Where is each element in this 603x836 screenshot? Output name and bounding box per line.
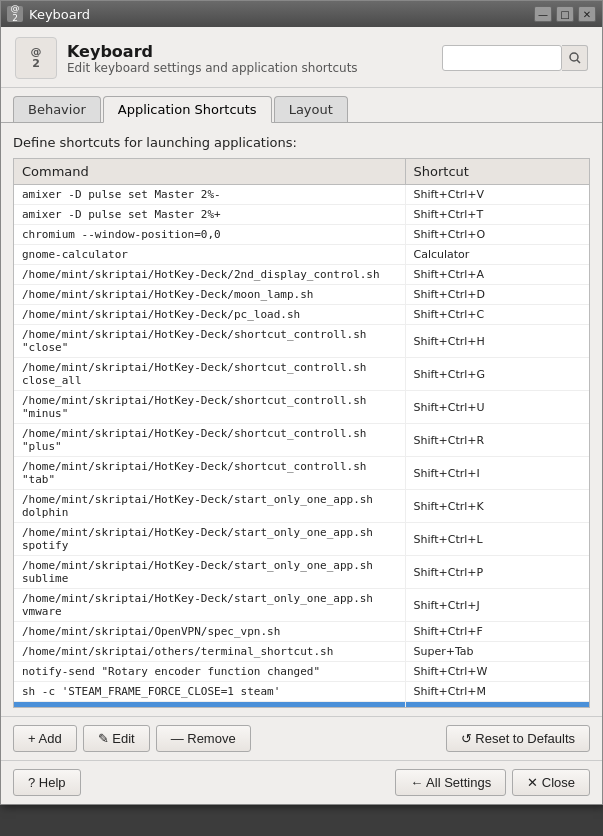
table-row[interactable]: sh -c 'STEAM_FRAME_FORCE_CLOSE=1 steam'S…: [14, 682, 589, 702]
table-row[interactable]: /home/mint/skriptai/HotKey-Deck/start_on…: [14, 556, 589, 589]
table-header-row: Command Shortcut: [14, 159, 589, 185]
shortcut-cell: Shift+Ctrl+A: [405, 265, 589, 285]
tabs-bar: Behavior Application Shortcuts Layout: [1, 88, 602, 123]
table-row[interactable]: /home/mint/skriptai/HotKey-Deck/moon_lam…: [14, 285, 589, 305]
command-cell: sh -c 'STEAM_FRAME_FORCE_CLOSE=1 steam': [14, 682, 405, 702]
command-cell: amixer -D pulse set Master 2%+: [14, 205, 405, 225]
shortcut-cell: Shift+Ctrl+D: [405, 285, 589, 305]
tab-layout[interactable]: Layout: [274, 96, 348, 122]
search-icon: [569, 52, 581, 64]
table-row[interactable]: /home/mint/skriptai/HotKey-Deck/start_on…: [14, 589, 589, 622]
header-search: [442, 45, 588, 71]
command-cell: /home/mint/skriptai/HotKey-Deck/shortcut…: [14, 391, 405, 424]
table-row[interactable]: /home/mint/skriptai/HotKey-Deck/shortcut…: [14, 424, 589, 457]
search-input[interactable]: [442, 45, 562, 71]
shortcut-cell: Shift+Ctrl+R: [405, 424, 589, 457]
maximize-button[interactable]: □: [556, 6, 574, 22]
footer: ? Help ← All Settings ✕ Close: [1, 760, 602, 804]
shortcut-cell: Shift+Ctrl+O: [405, 225, 589, 245]
table-row[interactable]: amixer -D pulse set Master 2%-Shift+Ctrl…: [14, 185, 589, 205]
command-cell: /home/mint/skriptai/HotKey-Deck/shortcut…: [14, 424, 405, 457]
tab-application-shortcuts[interactable]: Application Shortcuts: [103, 96, 272, 123]
titlebar-controls: — □ ✕: [534, 6, 596, 22]
minimize-button[interactable]: —: [534, 6, 552, 22]
shortcut-cell: Shift+Ctrl+I: [405, 457, 589, 490]
command-cell: amixer -D pulse set Master 2%-: [14, 185, 405, 205]
add-button[interactable]: + Add: [13, 725, 77, 752]
shortcut-cell: Shift+Ctrl+M: [405, 682, 589, 702]
shortcut-cell: Shift+Ctrl+P: [405, 556, 589, 589]
command-cell: /home/mint/skriptai/HotKey-Deck/2nd_disp…: [14, 265, 405, 285]
reset-button[interactable]: ↺ Reset to Defaults: [446, 725, 590, 752]
command-cell: chromium --window-position=0,0: [14, 225, 405, 245]
shortcut-cell: Shift+Ctrl+G: [405, 358, 589, 391]
shortcut-cell: Shift+Ctrl+U: [405, 391, 589, 424]
table-row[interactable]: /home/mint/skriptai/HotKey-Deck/start_on…: [14, 523, 589, 556]
tab-behavior[interactable]: Behavior: [13, 96, 101, 122]
table-row[interactable]: /home/mint/skriptai/HotKey-Deck/shortcut…: [14, 391, 589, 424]
help-button[interactable]: ? Help: [13, 769, 81, 796]
command-cell: /home/mint/skriptai/HotKey-Deck/start_on…: [14, 556, 405, 589]
command-cell: shutdown -h 0: [14, 702, 405, 709]
header: @2 Keyboard Edit keyboard settings and a…: [1, 27, 602, 88]
command-cell: /home/mint/skriptai/HotKey-Deck/start_on…: [14, 589, 405, 622]
table-row[interactable]: gnome-calculatorCalculator: [14, 245, 589, 265]
table-row[interactable]: /home/mint/skriptai/HotKey-Deck/shortcut…: [14, 325, 589, 358]
titlebar-left: @2 Keyboard: [7, 6, 90, 22]
shortcut-cell: Shift+Ctrl+C: [405, 305, 589, 325]
titlebar: @2 Keyboard — □ ✕: [1, 1, 602, 27]
table-row[interactable]: /home/mint/skriptai/others/terminal_shor…: [14, 642, 589, 662]
command-cell: /home/mint/skriptai/HotKey-Deck/start_on…: [14, 523, 405, 556]
main-window: @2 Keyboard — □ ✕ @2 Keyboard Edit keybo…: [0, 0, 603, 805]
table-row[interactable]: /home/mint/skriptai/HotKey-Deck/pc_load.…: [14, 305, 589, 325]
titlebar-app-icon: @2: [7, 6, 23, 22]
table-row[interactable]: /home/mint/skriptai/HotKey-Deck/2nd_disp…: [14, 265, 589, 285]
shortcut-cell: Shift+Ctrl+K: [405, 490, 589, 523]
command-cell: /home/mint/skriptai/HotKey-Deck/shortcut…: [14, 325, 405, 358]
close-button[interactable]: ✕ Close: [512, 769, 590, 796]
shortcuts-table-container[interactable]: Command Shortcut amixer -D pulse set Mas…: [13, 158, 590, 708]
table-row[interactable]: amixer -D pulse set Master 2%+Shift+Ctrl…: [14, 205, 589, 225]
shortcut-cell: Shift+Ctrl+B: [405, 702, 589, 709]
shortcut-cell: Shift+Ctrl+H: [405, 325, 589, 358]
app-title: Keyboard: [67, 42, 358, 61]
table-row[interactable]: /home/mint/skriptai/OpenVPN/spec_vpn.shS…: [14, 622, 589, 642]
table-row[interactable]: notify-send "Rotary encoder function cha…: [14, 662, 589, 682]
table-row[interactable]: /home/mint/skriptai/HotKey-Deck/shortcut…: [14, 457, 589, 490]
shortcut-cell: Shift+Ctrl+W: [405, 662, 589, 682]
content-area: Define shortcuts for launching applicati…: [1, 123, 602, 716]
table-row[interactable]: /home/mint/skriptai/HotKey-Deck/start_on…: [14, 490, 589, 523]
command-cell: /home/mint/skriptai/HotKey-Deck/pc_load.…: [14, 305, 405, 325]
table-row[interactable]: /home/mint/skriptai/HotKey-Deck/shortcut…: [14, 358, 589, 391]
svg-point-0: [570, 53, 578, 61]
table-row[interactable]: shutdown -h 0Shift+Ctrl+B: [14, 702, 589, 709]
command-cell: notify-send "Rotary encoder function cha…: [14, 662, 405, 682]
titlebar-title: Keyboard: [29, 7, 90, 22]
bottom-bar: + Add ✎ Edit — Remove ↺ Reset to Default…: [1, 716, 602, 760]
column-command: Command: [14, 159, 405, 185]
edit-button[interactable]: ✎ Edit: [83, 725, 150, 752]
svg-line-1: [577, 60, 580, 63]
search-button[interactable]: [562, 45, 588, 71]
command-cell: /home/mint/skriptai/OpenVPN/spec_vpn.sh: [14, 622, 405, 642]
command-cell: /home/mint/skriptai/HotKey-Deck/shortcut…: [14, 358, 405, 391]
shortcut-cell: Shift+Ctrl+F: [405, 622, 589, 642]
column-shortcut: Shortcut: [405, 159, 589, 185]
shortcut-cell: Calculator: [405, 245, 589, 265]
table-row[interactable]: chromium --window-position=0,0Shift+Ctrl…: [14, 225, 589, 245]
command-cell: /home/mint/skriptai/HotKey-Deck/shortcut…: [14, 457, 405, 490]
app-icon: @2: [15, 37, 57, 79]
shortcut-cell: Super+Tab: [405, 642, 589, 662]
all-settings-button[interactable]: ← All Settings: [395, 769, 506, 796]
shortcuts-table: Command Shortcut amixer -D pulse set Mas…: [14, 159, 589, 708]
shortcut-cell: Shift+Ctrl+L: [405, 523, 589, 556]
command-cell: /home/mint/skriptai/HotKey-Deck/moon_lam…: [14, 285, 405, 305]
command-cell: /home/mint/skriptai/HotKey-Deck/start_on…: [14, 490, 405, 523]
shortcut-cell: Shift+Ctrl+T: [405, 205, 589, 225]
description-text: Define shortcuts for launching applicati…: [13, 135, 590, 150]
shortcut-cell: Shift+Ctrl+J: [405, 589, 589, 622]
close-window-button[interactable]: ✕: [578, 6, 596, 22]
shortcut-cell: Shift+Ctrl+V: [405, 185, 589, 205]
app-subtitle: Edit keyboard settings and application s…: [67, 61, 358, 75]
remove-button[interactable]: — Remove: [156, 725, 251, 752]
